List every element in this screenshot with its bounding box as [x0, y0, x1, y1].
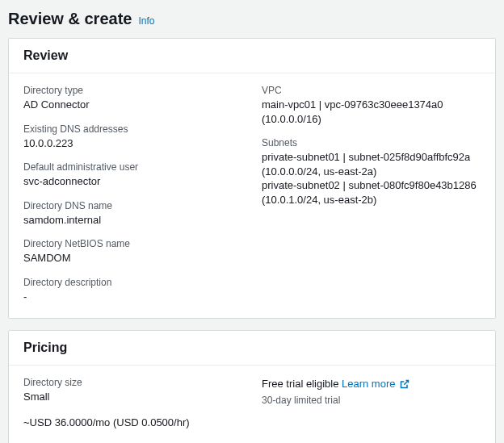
value-description: - — [23, 290, 242, 304]
field-directory-type: Directory type AD Connector — [23, 85, 242, 112]
pricing-panel-title: Pricing — [9, 331, 495, 366]
pricing-right-column: Free trial eligible Learn more 30-day li… — [262, 377, 481, 429]
field-directory-size: Directory size Small — [23, 377, 242, 404]
value-dns-addresses: 10.0.0.223 — [23, 136, 242, 151]
field-netbios-name: Directory NetBIOS name SAMDOM — [23, 238, 242, 265]
value-directory-type: AD Connector — [23, 98, 242, 112]
review-right-column: VPC main-vpc01 | vpc-09763c30eee1374a0 (… — [262, 85, 481, 303]
label-admin-user: Default administrative user — [23, 161, 242, 173]
value-cost: ~USD 36.0000/mo (USD 0.0500/hr) — [23, 416, 242, 430]
field-dns-addresses: Existing DNS addresses 10.0.0.223 — [23, 123, 242, 151]
label-netbios-name: Directory NetBIOS name — [23, 238, 242, 249]
trial-text: Free trial eligible — [262, 378, 338, 390]
pricing-panel: Pricing Directory size Small ~USD 36.000… — [8, 330, 496, 443]
label-directory-type: Directory type — [23, 85, 242, 96]
field-trial: Free trial eligible Learn more 30-day li… — [262, 377, 481, 406]
learn-more-text: Learn more — [342, 378, 395, 390]
value-vpc: main-vpc01 | vpc-09763c30eee1374a0 (10.0… — [262, 98, 481, 126]
field-dns-name: Directory DNS name samdom.internal — [23, 200, 242, 228]
label-dns-addresses: Existing DNS addresses — [23, 123, 242, 135]
learn-more-link[interactable]: Learn more — [342, 378, 410, 390]
review-left-column: Directory type AD Connector Existing DNS… — [23, 85, 242, 303]
field-admin-user: Default administrative user svc-adconnec… — [23, 161, 242, 189]
value-dns-name: samdom.internal — [23, 213, 242, 228]
value-directory-size: Small — [23, 390, 242, 404]
value-admin-user: svc-adconnector — [23, 174, 242, 189]
review-panel-title: Review — [9, 39, 495, 73]
label-directory-size: Directory size — [23, 377, 242, 388]
label-vpc: VPC — [262, 85, 481, 96]
pricing-left-column: Directory size Small ~USD 36.0000/mo (US… — [23, 377, 242, 429]
field-subnets: Subnets private-subnet01 | subnet-025f8d… — [262, 137, 481, 207]
info-link[interactable]: Info — [138, 15, 154, 27]
label-dns-name: Directory DNS name — [23, 200, 242, 211]
field-description: Directory description - — [23, 277, 242, 304]
review-panel: Review Directory type AD Connector Exist… — [8, 38, 496, 319]
external-link-icon — [400, 378, 410, 393]
value-subnets: private-subnet01 | subnet-025f8d90affbfc… — [262, 150, 481, 207]
field-vpc: VPC main-vpc01 | vpc-09763c30eee1374a0 (… — [262, 85, 481, 126]
field-cost: ~USD 36.0000/mo (USD 0.0500/hr) — [23, 416, 242, 430]
trial-note: 30-day limited trial — [262, 395, 481, 406]
label-subnets: Subnets — [262, 137, 481, 148]
label-description: Directory description — [23, 277, 242, 288]
trial-line: Free trial eligible Learn more — [262, 377, 481, 393]
page-title: Review & create — [8, 10, 132, 28]
page-header: Review & create Info — [8, 10, 496, 28]
value-netbios-name: SAMDOM — [23, 251, 242, 265]
